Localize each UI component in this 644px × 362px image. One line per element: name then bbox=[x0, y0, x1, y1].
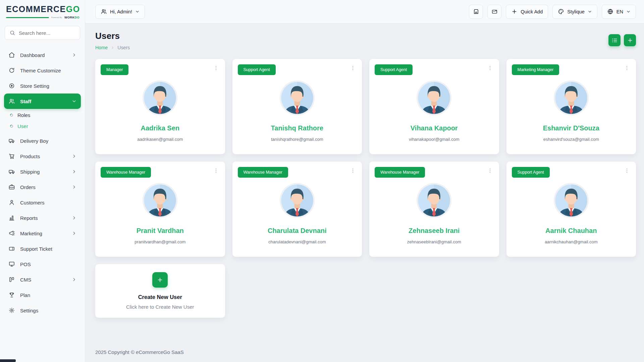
more-options-icon[interactable] bbox=[486, 64, 494, 72]
sidebar-item-label: Reports bbox=[20, 215, 38, 221]
page-title: Users bbox=[95, 31, 130, 41]
sidebar-item-reports[interactable]: Reports bbox=[4, 210, 81, 226]
user-email: tanishqrathore@gmail.com bbox=[238, 137, 357, 142]
shipping-icon bbox=[8, 168, 15, 175]
user-name[interactable]: Eshanvir D'Souza bbox=[512, 124, 631, 132]
plus-icon bbox=[627, 37, 633, 44]
sidebar-item-label: Plan bbox=[20, 292, 30, 298]
user-card: Marketing Manager Eshanvir D'Souza eshan… bbox=[506, 59, 636, 154]
language-select-button[interactable]: EN bbox=[602, 5, 636, 19]
logo-text: ECOMMERCEGO bbox=[6, 5, 79, 13]
avatar bbox=[280, 183, 315, 218]
sidebar-item-staff[interactable]: Staff bbox=[4, 94, 81, 109]
sidebar-item-marketing[interactable]: Marketing bbox=[4, 226, 81, 241]
sidebar-subitem-user[interactable]: User bbox=[10, 121, 81, 132]
avatar bbox=[554, 80, 589, 115]
chevron-right-icon bbox=[72, 185, 76, 189]
powered-by-label: Powered By bbox=[51, 16, 62, 18]
sidebar-item-pos[interactable]: POS bbox=[4, 256, 81, 272]
user-name[interactable]: Tanishq Rathore bbox=[238, 124, 357, 132]
user-email: aadrikasen@gmail.com bbox=[101, 137, 220, 142]
sidebar-item-plan[interactable]: Plan bbox=[4, 287, 81, 303]
user-email: eshanvird'souza@gmail.com bbox=[512, 137, 631, 142]
breadcrumb: Home Users bbox=[95, 45, 130, 50]
user-card: Support Agent Tanishq Rathore tanishqrat… bbox=[232, 59, 362, 154]
sidebar-subitem-roles[interactable]: Roles bbox=[10, 110, 81, 121]
more-options-icon[interactable] bbox=[349, 167, 357, 174]
sidebar-item-label: Support Ticket bbox=[20, 246, 52, 252]
storefront-icon bbox=[473, 8, 479, 15]
bullet-icon bbox=[9, 124, 14, 128]
logo-underline bbox=[6, 17, 49, 18]
sidebar-item-dashboard[interactable]: Dashboard bbox=[4, 47, 81, 63]
horizontal-scrollbar-thumb[interactable] bbox=[0, 359, 16, 362]
staff-icon bbox=[8, 98, 15, 105]
sidebar-item-cms[interactable]: CMS bbox=[4, 272, 81, 287]
create-new-user-card[interactable]: Create New User Click here to Create New… bbox=[95, 264, 225, 318]
admin-menu-button[interactable]: Hi, Admin! bbox=[95, 5, 145, 19]
more-options-icon[interactable] bbox=[623, 167, 631, 174]
more-options-icon[interactable] bbox=[212, 167, 220, 174]
sidebar-item-label: Marketing bbox=[20, 231, 42, 236]
palette-icon bbox=[558, 8, 564, 15]
sidebar-item-customers[interactable]: Customers bbox=[4, 195, 81, 210]
globe-icon bbox=[607, 8, 613, 15]
user-email: charulatadevnani@gmail.com bbox=[238, 239, 357, 244]
bullet-icon bbox=[9, 113, 14, 117]
logo[interactable]: ECOMMERCEGO Powered By WORKDO bbox=[0, 0, 85, 19]
sidebar-item-delivery-boy[interactable]: Delivery Boy bbox=[4, 133, 81, 148]
more-options-icon[interactable] bbox=[486, 167, 494, 174]
sidebar-item-label: Shipping bbox=[20, 169, 40, 175]
footer: 2025 Copyright © eCommerceGo SaaS bbox=[85, 349, 644, 362]
search-input[interactable] bbox=[19, 30, 75, 36]
sidebar-item-settings[interactable]: Settings bbox=[4, 303, 81, 318]
role-badge: Support Agent bbox=[512, 167, 550, 178]
create-user-plus-button[interactable] bbox=[152, 272, 168, 288]
user-card: Support Agent Aarnik Chauhan aarnikchauh… bbox=[506, 162, 636, 257]
sidebar-subitem-label: Roles bbox=[17, 112, 30, 118]
settings-icon bbox=[8, 307, 15, 314]
mail-notification-icon bbox=[491, 8, 498, 15]
sidebar-item-products[interactable]: Products bbox=[4, 148, 81, 164]
user-name[interactable]: Vihana Kapoor bbox=[375, 124, 494, 132]
add-user-button[interactable] bbox=[624, 34, 636, 46]
role-badge: Warehouse Manager bbox=[101, 167, 151, 178]
storefront-button[interactable] bbox=[469, 5, 483, 19]
sidebar-item-shipping[interactable]: Shipping bbox=[4, 164, 81, 179]
avatar bbox=[417, 80, 451, 115]
sidebar-item-support-ticket[interactable]: Support Ticket bbox=[4, 241, 81, 256]
theme-select-label: Stylique bbox=[567, 9, 585, 14]
sidebar-item-theme-customize[interactable]: Theme Customize bbox=[4, 63, 81, 78]
sidebar-item-label: CMS bbox=[20, 277, 31, 283]
sidebar-item-label: Theme Customize bbox=[20, 68, 61, 73]
avatar bbox=[280, 80, 315, 115]
breadcrumb-home-link[interactable]: Home bbox=[95, 45, 108, 50]
messages-button[interactable] bbox=[487, 5, 501, 19]
delivery-icon bbox=[8, 137, 15, 144]
sidebar-item-store-setting[interactable]: Store Setting bbox=[4, 78, 81, 94]
user-name[interactable]: Aarnik Chauhan bbox=[512, 227, 631, 235]
create-user-subtitle: Click here to Create New User bbox=[126, 304, 194, 310]
chevron-right-icon bbox=[72, 169, 76, 174]
list-icon bbox=[611, 37, 618, 44]
sidebar-item-label: Staff bbox=[20, 99, 31, 104]
user-name[interactable]: Pranit Vardhan bbox=[101, 227, 220, 235]
user-card: Warehouse Manager Zehnaseeb Irani zehnas… bbox=[369, 162, 499, 257]
more-options-icon[interactable] bbox=[212, 64, 220, 72]
sidebar-item-orders[interactable]: Orders bbox=[4, 179, 81, 195]
products-icon bbox=[8, 153, 15, 160]
language-label: EN bbox=[616, 9, 623, 14]
user-name[interactable]: Charulata Devnani bbox=[238, 227, 357, 235]
user-name[interactable]: Aadrika Sen bbox=[101, 124, 220, 132]
role-badge: Support Agent bbox=[238, 64, 276, 75]
more-options-icon[interactable] bbox=[623, 64, 631, 72]
more-options-icon[interactable] bbox=[349, 64, 357, 72]
quick-add-button[interactable]: Quick Add bbox=[506, 5, 548, 19]
workdo-logo: WORKDO bbox=[64, 16, 79, 19]
reports-icon bbox=[8, 215, 15, 221]
staff-submenu: Roles User bbox=[4, 109, 81, 133]
main-area: Hi, Admin! Quick Add Stylique EN bbox=[85, 0, 644, 362]
list-view-button[interactable] bbox=[608, 34, 621, 46]
theme-select-button[interactable]: Stylique bbox=[552, 5, 597, 19]
user-name[interactable]: Zehnaseeb Irani bbox=[375, 227, 494, 235]
